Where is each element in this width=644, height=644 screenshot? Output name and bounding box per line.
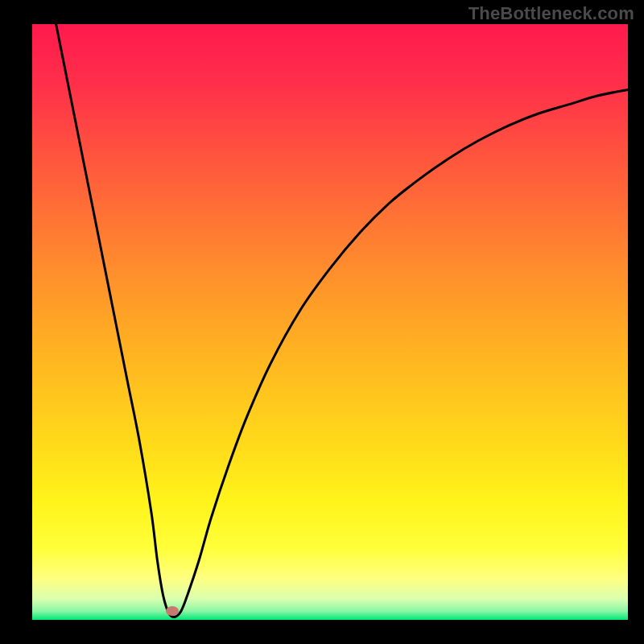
optimal-point-marker <box>166 606 179 616</box>
watermark-text: TheBottleneck.com <box>469 3 634 24</box>
bottleneck-curve <box>32 24 628 620</box>
chart-frame: TheBottleneck.com <box>0 0 644 644</box>
plot-area <box>32 24 628 620</box>
